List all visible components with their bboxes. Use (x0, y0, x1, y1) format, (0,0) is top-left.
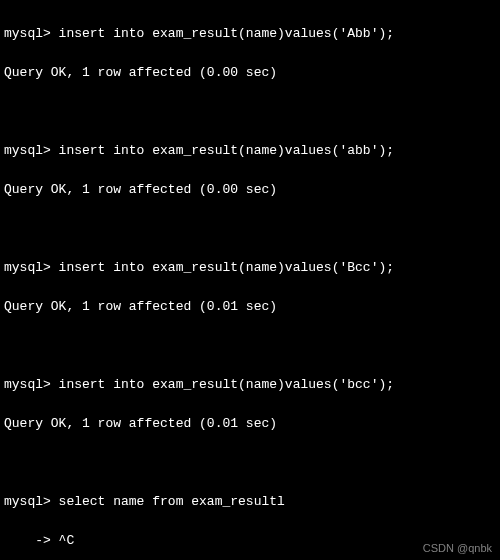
insert-value: Abb (347, 26, 370, 41)
insert-response-0: Query OK, 1 row affected (0.00 sec) (4, 63, 496, 83)
mysql-prompt[interactable]: mysql> (4, 143, 59, 158)
insert-response-3: Query OK, 1 row affected (0.01 sec) (4, 414, 496, 434)
insert-suffix: '); (371, 26, 394, 41)
typo-select-stmt: select name from exam_resultl (59, 494, 285, 509)
insert-value: abb (347, 143, 370, 158)
blank-line (4, 102, 496, 122)
continuation-prompt[interactable]: -> (4, 533, 59, 548)
mysql-prompt[interactable]: mysql> (4, 494, 59, 509)
terminal-output: mysql> insert into exam_result(name)valu… (4, 4, 496, 560)
blank-line (4, 453, 496, 473)
insert-response-1: Query OK, 1 row affected (0.00 sec) (4, 180, 496, 200)
insert-prefix: insert into exam_result(name)values(' (59, 377, 348, 392)
mysql-prompt[interactable]: mysql> (4, 26, 59, 41)
insert-line-0: mysql> insert into exam_result(name)valu… (4, 24, 496, 44)
insert-suffix: '); (371, 143, 394, 158)
insert-prefix: insert into exam_result(name)values(' (59, 260, 348, 275)
insert-value: Bcc (347, 260, 370, 275)
insert-line-2: mysql> insert into exam_result(name)valu… (4, 258, 496, 278)
insert-line-1: mysql> insert into exam_result(name)valu… (4, 141, 496, 161)
blank-line (4, 219, 496, 239)
insert-line-3: mysql> insert into exam_result(name)valu… (4, 375, 496, 395)
insert-prefix: insert into exam_result(name)values(' (59, 143, 348, 158)
watermark: CSDN @qnbk (423, 540, 492, 557)
insert-suffix: '); (371, 260, 394, 275)
insert-response-2: Query OK, 1 row affected (0.01 sec) (4, 297, 496, 317)
insert-prefix: insert into exam_result(name)values(' (59, 26, 348, 41)
insert-suffix: '); (371, 377, 394, 392)
cancel-marker: ^C (59, 533, 75, 548)
mysql-prompt[interactable]: mysql> (4, 377, 59, 392)
blank-line (4, 336, 496, 356)
typo-select-line: mysql> select name from exam_resultl (4, 492, 496, 512)
mysql-prompt[interactable]: mysql> (4, 260, 59, 275)
insert-value: bcc (347, 377, 370, 392)
